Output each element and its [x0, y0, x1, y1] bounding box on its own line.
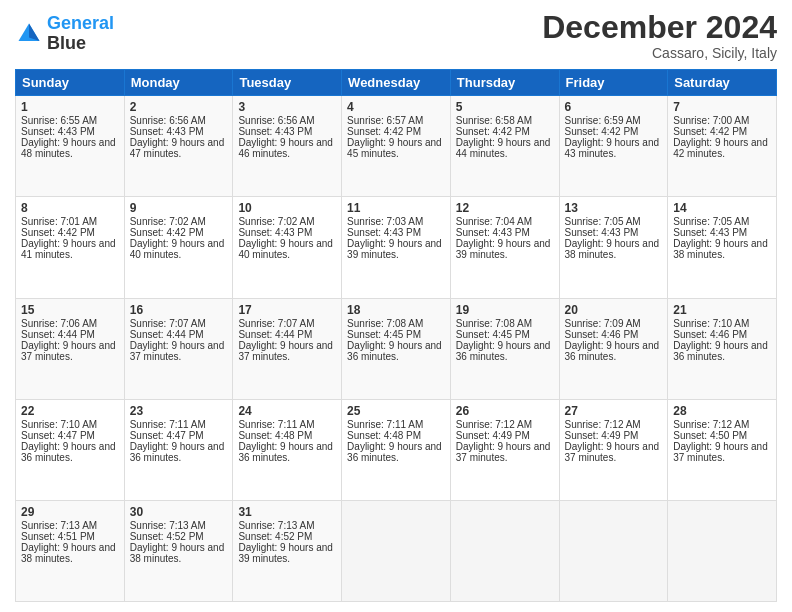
calendar-cell: 18Sunrise: 7:08 AMSunset: 4:45 PMDayligh… [342, 298, 451, 399]
sunset-text: Sunset: 4:48 PM [347, 430, 445, 441]
daylight-text: Daylight: 9 hours and 36 minutes. [673, 340, 771, 362]
daylight-text: Daylight: 9 hours and 37 minutes. [21, 340, 119, 362]
calendar-cell [450, 500, 559, 601]
col-monday: Monday [124, 70, 233, 96]
day-number: 16 [130, 303, 228, 317]
sunset-text: Sunset: 4:52 PM [238, 531, 336, 542]
sunset-text: Sunset: 4:42 PM [21, 227, 119, 238]
calendar-cell: 2Sunrise: 6:56 AMSunset: 4:43 PMDaylight… [124, 96, 233, 197]
sunrise-text: Sunrise: 7:05 AM [565, 216, 663, 227]
sunset-text: Sunset: 4:45 PM [347, 329, 445, 340]
sunrise-text: Sunrise: 7:10 AM [21, 419, 119, 430]
day-number: 1 [21, 100, 119, 114]
header: General Blue December 2024 Cassaro, Sici… [15, 10, 777, 61]
sunset-text: Sunset: 4:47 PM [130, 430, 228, 441]
sunrise-text: Sunrise: 7:03 AM [347, 216, 445, 227]
sunrise-text: Sunrise: 7:00 AM [673, 115, 771, 126]
sunset-text: Sunset: 4:50 PM [673, 430, 771, 441]
sunrise-text: Sunrise: 6:56 AM [130, 115, 228, 126]
sunset-text: Sunset: 4:44 PM [21, 329, 119, 340]
daylight-text: Daylight: 9 hours and 36 minutes. [130, 441, 228, 463]
sunrise-text: Sunrise: 7:01 AM [21, 216, 119, 227]
daylight-text: Daylight: 9 hours and 38 minutes. [21, 542, 119, 564]
sunrise-text: Sunrise: 7:07 AM [238, 318, 336, 329]
daylight-text: Daylight: 9 hours and 37 minutes. [456, 441, 554, 463]
calendar-table: Sunday Monday Tuesday Wednesday Thursday… [15, 69, 777, 602]
daylight-text: Daylight: 9 hours and 38 minutes. [673, 238, 771, 260]
calendar-week-row: 22Sunrise: 7:10 AMSunset: 4:47 PMDayligh… [16, 399, 777, 500]
sunrise-text: Sunrise: 7:06 AM [21, 318, 119, 329]
daylight-text: Daylight: 9 hours and 37 minutes. [238, 340, 336, 362]
daylight-text: Daylight: 9 hours and 40 minutes. [238, 238, 336, 260]
sunrise-text: Sunrise: 6:55 AM [21, 115, 119, 126]
sunset-text: Sunset: 4:46 PM [673, 329, 771, 340]
day-number: 14 [673, 201, 771, 215]
daylight-text: Daylight: 9 hours and 37 minutes. [565, 441, 663, 463]
daylight-text: Daylight: 9 hours and 38 minutes. [130, 542, 228, 564]
sunset-text: Sunset: 4:43 PM [238, 126, 336, 137]
day-number: 20 [565, 303, 663, 317]
sunset-text: Sunset: 4:42 PM [565, 126, 663, 137]
day-number: 19 [456, 303, 554, 317]
daylight-text: Daylight: 9 hours and 39 minutes. [456, 238, 554, 260]
sunset-text: Sunset: 4:52 PM [130, 531, 228, 542]
day-number: 13 [565, 201, 663, 215]
sunrise-text: Sunrise: 7:08 AM [347, 318, 445, 329]
daylight-text: Daylight: 9 hours and 37 minutes. [130, 340, 228, 362]
calendar-cell: 16Sunrise: 7:07 AMSunset: 4:44 PMDayligh… [124, 298, 233, 399]
calendar-week-row: 8Sunrise: 7:01 AMSunset: 4:42 PMDaylight… [16, 197, 777, 298]
calendar-cell: 30Sunrise: 7:13 AMSunset: 4:52 PMDayligh… [124, 500, 233, 601]
sunrise-text: Sunrise: 7:13 AM [21, 520, 119, 531]
day-number: 4 [347, 100, 445, 114]
sunset-text: Sunset: 4:42 PM [673, 126, 771, 137]
calendar-cell: 7Sunrise: 7:00 AMSunset: 4:42 PMDaylight… [668, 96, 777, 197]
day-number: 30 [130, 505, 228, 519]
sunset-text: Sunset: 4:48 PM [238, 430, 336, 441]
sunset-text: Sunset: 4:44 PM [130, 329, 228, 340]
sunrise-text: Sunrise: 7:13 AM [238, 520, 336, 531]
day-number: 29 [21, 505, 119, 519]
day-number: 23 [130, 404, 228, 418]
sunset-text: Sunset: 4:43 PM [130, 126, 228, 137]
daylight-text: Daylight: 9 hours and 37 minutes. [673, 441, 771, 463]
calendar-cell: 4Sunrise: 6:57 AMSunset: 4:42 PMDaylight… [342, 96, 451, 197]
day-number: 15 [21, 303, 119, 317]
day-number: 31 [238, 505, 336, 519]
sunset-text: Sunset: 4:43 PM [347, 227, 445, 238]
sunset-text: Sunset: 4:47 PM [21, 430, 119, 441]
daylight-text: Daylight: 9 hours and 48 minutes. [21, 137, 119, 159]
daylight-text: Daylight: 9 hours and 36 minutes. [21, 441, 119, 463]
calendar-cell: 22Sunrise: 7:10 AMSunset: 4:47 PMDayligh… [16, 399, 125, 500]
daylight-text: Daylight: 9 hours and 38 minutes. [565, 238, 663, 260]
day-number: 8 [21, 201, 119, 215]
calendar-cell: 14Sunrise: 7:05 AMSunset: 4:43 PMDayligh… [668, 197, 777, 298]
daylight-text: Daylight: 9 hours and 36 minutes. [565, 340, 663, 362]
day-number: 9 [130, 201, 228, 215]
day-number: 12 [456, 201, 554, 215]
sunrise-text: Sunrise: 7:11 AM [130, 419, 228, 430]
calendar-cell: 27Sunrise: 7:12 AMSunset: 4:49 PMDayligh… [559, 399, 668, 500]
sunrise-text: Sunrise: 6:59 AM [565, 115, 663, 126]
calendar-week-row: 15Sunrise: 7:06 AMSunset: 4:44 PMDayligh… [16, 298, 777, 399]
sunset-text: Sunset: 4:43 PM [238, 227, 336, 238]
calendar-cell: 8Sunrise: 7:01 AMSunset: 4:42 PMDaylight… [16, 197, 125, 298]
calendar-body: 1Sunrise: 6:55 AMSunset: 4:43 PMDaylight… [16, 96, 777, 602]
sunset-text: Sunset: 4:42 PM [456, 126, 554, 137]
sunrise-text: Sunrise: 7:08 AM [456, 318, 554, 329]
daylight-text: Daylight: 9 hours and 40 minutes. [130, 238, 228, 260]
calendar-cell: 3Sunrise: 6:56 AMSunset: 4:43 PMDaylight… [233, 96, 342, 197]
calendar-cell [342, 500, 451, 601]
calendar-cell: 5Sunrise: 6:58 AMSunset: 4:42 PMDaylight… [450, 96, 559, 197]
calendar-cell: 13Sunrise: 7:05 AMSunset: 4:43 PMDayligh… [559, 197, 668, 298]
day-number: 21 [673, 303, 771, 317]
day-number: 27 [565, 404, 663, 418]
day-number: 17 [238, 303, 336, 317]
sunset-text: Sunset: 4:42 PM [347, 126, 445, 137]
daylight-text: Daylight: 9 hours and 36 minutes. [238, 441, 336, 463]
day-number: 28 [673, 404, 771, 418]
calendar-week-row: 1Sunrise: 6:55 AMSunset: 4:43 PMDaylight… [16, 96, 777, 197]
calendar-cell: 23Sunrise: 7:11 AMSunset: 4:47 PMDayligh… [124, 399, 233, 500]
day-number: 24 [238, 404, 336, 418]
daylight-text: Daylight: 9 hours and 36 minutes. [456, 340, 554, 362]
col-saturday: Saturday [668, 70, 777, 96]
